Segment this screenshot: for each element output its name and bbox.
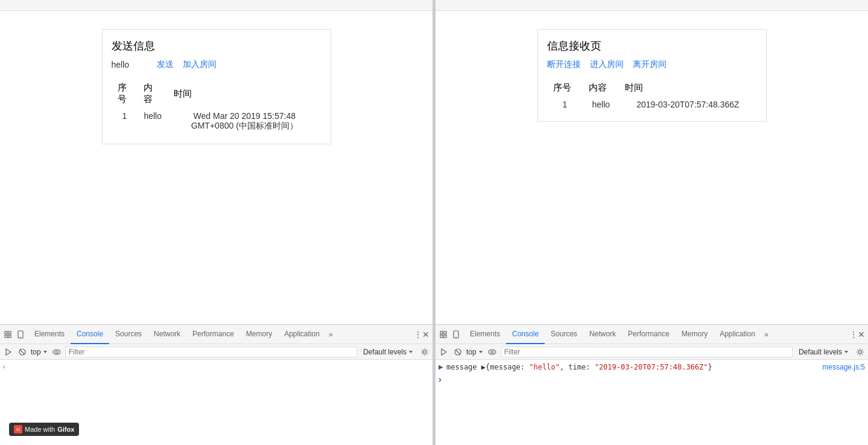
right-block-btn[interactable] (452, 347, 463, 357)
left-tab-sources[interactable]: Sources (109, 325, 148, 344)
left-tab-network[interactable]: Network (148, 325, 186, 344)
right-console-prompt[interactable]: › (439, 374, 442, 384)
right-tab-console[interactable]: Console (506, 325, 545, 344)
right-row-time: 2019-03-20T07:57:48.366Z (619, 97, 756, 112)
left-filter-input[interactable] (65, 347, 357, 357)
left-row-content: hello (138, 108, 168, 135)
left-tab-performance[interactable]: Performance (186, 325, 240, 344)
left-row-seq: 1 (112, 108, 138, 135)
right-run-btn[interactable] (439, 347, 449, 357)
table-row: 1 hello 2019-03-20T07:57:48.366Z (547, 97, 757, 112)
right-tab-sources[interactable]: Sources (545, 325, 583, 344)
svg-point-19 (455, 336, 457, 338)
left-run-btn[interactable] (3, 347, 14, 357)
right-tab-performance[interactable]: Performance (622, 325, 676, 344)
right-page-content: 信息接收页 断开连接 进入房间 离开房间 序号 内容 时间 (436, 11, 868, 324)
left-tab-memory[interactable]: Memory (240, 325, 278, 344)
receive-panel: 信息接收页 断开连接 进入房间 离开房间 序号 内容 时间 (537, 29, 767, 122)
left-row-time: Wed Mar 20 2019 15:57:48 GMT+0800 (中国标准时… (168, 108, 321, 135)
gifox-logo: G (14, 425, 22, 434)
right-browser-panel: 信息接收页 断开连接 进入房间 离开房间 序号 内容 时间 (436, 0, 868, 445)
right-col-seq: 序号 (547, 79, 583, 97)
left-col-content: 内容 (138, 79, 168, 108)
right-context-selector[interactable]: top (466, 348, 484, 356)
left-tab-elements[interactable]: Elements (28, 325, 71, 344)
send-actions: 发送 加入房间 (112, 59, 322, 70)
left-message-table: 序号 内容 时间 1 hello Wed Mar 20 2019 15:57:4… (112, 79, 322, 135)
right-tab-application[interactable]: Application (714, 325, 761, 344)
gifox-badge: G Made with Gifox (9, 423, 79, 436)
svg-line-22 (455, 350, 460, 354)
left-devtools-tabs: Elements Console Sources Network Perform… (0, 325, 432, 344)
svg-rect-0 (5, 331, 7, 334)
left-tab-application[interactable]: Application (278, 325, 326, 344)
right-tab-icons (439, 330, 461, 339)
left-tab-icons (3, 330, 25, 339)
left-devtools-toolbar: top Default levels (0, 344, 432, 360)
join-room-button[interactable]: 加入房间 (183, 59, 217, 70)
inspect-icon[interactable] (3, 330, 13, 339)
svg-point-10 (53, 350, 60, 354)
right-tab-network[interactable]: Network (583, 325, 622, 344)
left-console-prompt-row: › (3, 362, 429, 371)
right-console-text: message ▶{message: "hello", time: "2019-… (446, 363, 822, 371)
svg-point-24 (489, 350, 496, 354)
receive-title: 信息接收页 (547, 39, 757, 53)
left-eye-btn[interactable] (51, 347, 62, 357)
svg-rect-16 (444, 331, 446, 334)
left-browser-panel: 发送信息 发送 加入房间 序号 内容 时间 1 (0, 0, 433, 445)
svg-point-25 (491, 351, 493, 353)
left-block-btn[interactable] (17, 347, 28, 357)
right-devtools-toolbar: top Default levels (436, 344, 868, 360)
right-devtools-menu[interactable]: ⋮ (849, 330, 858, 339)
left-col-time: 时间 (168, 79, 321, 108)
right-devtools-tabs: Elements Console Sources Network Perform… (436, 325, 868, 344)
right-filter-input[interactable] (501, 347, 793, 357)
svg-rect-15 (440, 335, 443, 338)
right-console-expand[interactable]: ▶ (439, 363, 443, 370)
right-inspect-icon[interactable] (439, 330, 448, 339)
svg-rect-17 (444, 335, 446, 338)
left-ruler (0, 0, 432, 11)
left-more-tabs[interactable]: » (326, 330, 336, 339)
disconnect-button[interactable]: 断开连接 (547, 59, 581, 70)
left-page-content: 发送信息 发送 加入房间 序号 内容 时间 1 (0, 11, 432, 324)
left-settings-btn[interactable] (420, 347, 429, 357)
svg-marker-6 (6, 349, 11, 355)
right-devtools-content: ▶ message ▶{message: "hello", time: "201… (436, 360, 868, 445)
right-devtools-close[interactable]: ✕ (858, 330, 865, 339)
left-devtools-close[interactable]: ✕ (422, 330, 429, 339)
right-eye-btn[interactable] (487, 347, 498, 357)
svg-rect-14 (440, 331, 443, 334)
mobile-icon[interactable] (16, 330, 25, 339)
right-console-message-row: ▶ message ▶{message: "hello", time: "201… (439, 362, 865, 373)
svg-point-27 (859, 350, 862, 353)
left-default-levels[interactable]: Default levels (363, 348, 414, 356)
svg-rect-3 (8, 335, 11, 338)
leave-room-button[interactable]: 离开房间 (633, 59, 667, 70)
svg-marker-23 (479, 351, 483, 353)
left-console-arrow[interactable]: › (3, 363, 5, 370)
right-mobile-icon[interactable] (451, 330, 461, 339)
right-ruler (436, 0, 868, 11)
right-console-prompt-row: › (439, 373, 865, 385)
right-console-link[interactable]: message.js:5 (822, 363, 865, 371)
send-title: 发送信息 (112, 39, 322, 53)
svg-point-13 (423, 350, 426, 353)
send-panel: 发送信息 发送 加入房间 序号 内容 时间 1 (102, 29, 331, 144)
right-more-tabs[interactable]: » (761, 330, 771, 339)
svg-line-8 (20, 350, 25, 354)
right-tab-elements[interactable]: Elements (464, 325, 506, 344)
right-tab-memory[interactable]: Memory (676, 325, 714, 344)
left-tab-console[interactable]: Console (71, 325, 109, 344)
gifox-brand: Gifox (57, 426, 74, 433)
right-default-levels[interactable]: Default levels (799, 348, 849, 356)
right-devtools-panel: Elements Console Sources Network Perform… (436, 324, 868, 445)
send-button[interactable]: 发送 (157, 59, 174, 70)
svg-marker-26 (844, 351, 848, 353)
enter-room-button[interactable]: 进入房间 (590, 59, 624, 70)
message-input[interactable] (112, 60, 148, 69)
left-context-selector[interactable]: top (31, 348, 48, 356)
right-settings-btn[interactable] (855, 347, 865, 357)
left-devtools-menu[interactable]: ⋮ (414, 330, 422, 339)
